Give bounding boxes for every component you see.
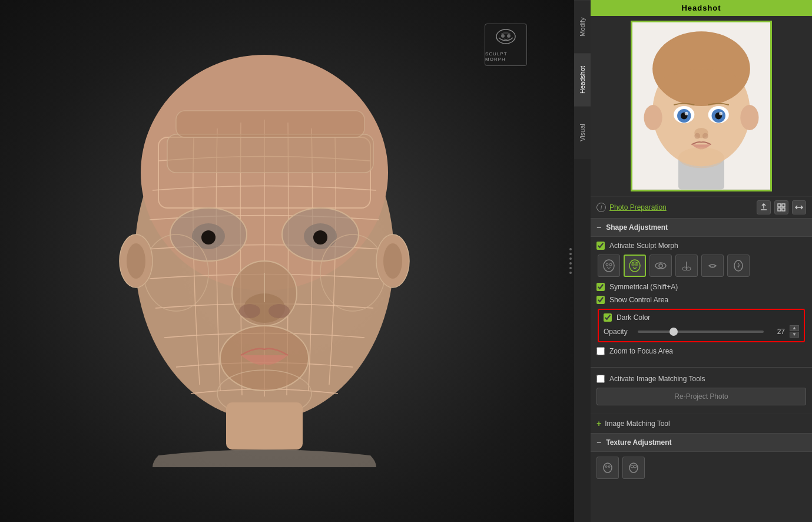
arrows-icon-btn[interactable] (792, 200, 806, 214)
info-icons-right (757, 200, 806, 214)
3d-viewport[interactable]: SCULPT MORPH (0, 0, 574, 522)
svg-point-4 (282, 208, 359, 261)
svg-point-52 (702, 133, 708, 139)
separator-1 (591, 367, 812, 368)
info-icon[interactable]: i (596, 203, 606, 212)
tab-headshot[interactable]: Headshot (574, 53, 591, 106)
sculpt-badge-label: SCULPT MORPH (485, 51, 526, 62)
texture-adjustment-title: Texture Adjustment (606, 438, 671, 447)
dark-color-label[interactable]: Dark Color (617, 313, 650, 322)
svg-rect-54 (778, 204, 781, 207)
zoom-checkbox[interactable] (596, 347, 605, 355)
photo-frame (631, 21, 772, 191)
svg-point-68 (734, 260, 743, 271)
dark-color-row: Dark Color (604, 313, 799, 322)
morph-ear-icon[interactable] (727, 255, 750, 277)
show-control-checkbox[interactable] (596, 296, 605, 304)
zoom-row: Zoom to Focus Area (596, 347, 806, 355)
svg-point-5 (170, 208, 247, 261)
svg-point-15 (269, 304, 290, 318)
tab-modify[interactable]: Modify (574, 0, 591, 53)
activate-sculpt-checkbox[interactable] (596, 242, 605, 250)
svg-point-62 (632, 263, 635, 266)
svg-point-11 (232, 261, 297, 326)
texture-section (591, 452, 812, 488)
activate-matching-checkbox[interactable] (596, 375, 605, 383)
shape-controls: Activate Sculpt Morph (591, 237, 812, 365)
activate-sculpt-label[interactable]: Activate Sculpt Morph (609, 242, 678, 250)
opacity-up-btn[interactable]: ▲ (790, 325, 799, 331)
image-matching-area: Activate Image Matching Tools Re-Project… (591, 370, 812, 414)
svg-point-51 (694, 133, 700, 139)
image-matching-tool-row[interactable]: + Image Matching Tool (591, 414, 812, 433)
svg-point-67 (686, 267, 691, 270)
texture-collapse-btn[interactable]: − (596, 438, 601, 447)
symmetrical-label[interactable]: Symmetrical (Shift+A) (609, 283, 678, 291)
dark-color-checkbox[interactable] (604, 313, 612, 322)
info-row: i Photo Preparation (591, 196, 812, 218)
opacity-slider[interactable] (638, 331, 764, 333)
activate-matching-row: Activate Image Matching Tools (596, 375, 806, 383)
svg-point-34 (507, 34, 511, 38)
opacity-label: Opacity (604, 328, 633, 336)
svg-point-16 (220, 326, 309, 391)
shape-collapse-btn[interactable]: − (596, 223, 601, 232)
morph-nose-icon[interactable] (675, 255, 698, 277)
texture-icon-2[interactable] (622, 457, 645, 479)
upload-icon-btn[interactable] (757, 200, 771, 214)
svg-point-28 (376, 234, 409, 288)
info-row-left: i Photo Preparation (596, 203, 667, 212)
side-tabs: Modify Headshot Visual (574, 0, 591, 522)
shape-adjustment-title: Shape Adjustment (606, 223, 668, 232)
svg-point-14 (239, 304, 260, 318)
reproject-btn[interactable]: Re-Project Photo (596, 388, 806, 405)
zoom-label[interactable]: Zoom to Focus Area (609, 347, 673, 355)
svg-point-32 (496, 29, 515, 44)
texture-adjustment-header: − Texture Adjustment (591, 433, 812, 452)
svg-point-58 (604, 260, 614, 272)
svg-point-69 (604, 463, 612, 473)
svg-rect-56 (778, 208, 781, 211)
opacity-row: Opacity 27 ▲ ▼ (604, 325, 799, 338)
svg-point-25 (120, 234, 153, 288)
symmetrical-checkbox[interactable] (596, 283, 605, 291)
baby-photo (632, 22, 770, 190)
svg-rect-21 (167, 134, 373, 173)
svg-point-72 (629, 463, 638, 473)
morph-eye-icon[interactable] (649, 255, 672, 277)
3d-face-mesh (100, 55, 429, 467)
tab-visual[interactable]: Visual (574, 106, 591, 159)
morph-face-full-icon[interactable] (598, 255, 620, 277)
svg-rect-57 (782, 208, 785, 211)
right-panel: Headshot (574, 0, 812, 522)
morph-face-front-icon[interactable] (624, 255, 646, 277)
morph-mouth-icon[interactable] (701, 255, 724, 277)
plus-icon: + (596, 419, 601, 428)
svg-point-73 (631, 465, 634, 468)
svg-point-74 (634, 465, 637, 468)
svg-point-19 (144, 234, 208, 311)
resize-handle[interactable] (569, 248, 572, 274)
texture-icon-1[interactable] (596, 457, 619, 479)
svg-point-65 (659, 264, 662, 267)
photo-preparation-link[interactable]: Photo Preparation (609, 203, 667, 212)
svg-point-49 (719, 112, 722, 115)
control-area-box: Dark Color Opacity 27 ▲ ▼ (598, 309, 805, 342)
right-content: Headshot (591, 0, 812, 522)
svg-rect-23 (176, 111, 364, 137)
svg-rect-55 (782, 204, 785, 207)
sculpt-morph-badge[interactable]: SCULPT MORPH (485, 24, 527, 66)
grid-icon-btn[interactable] (774, 200, 788, 214)
svg-point-0 (135, 90, 394, 420)
svg-point-41 (740, 105, 758, 130)
svg-rect-22 (167, 134, 373, 173)
svg-rect-31 (226, 402, 303, 450)
activate-matching-label[interactable]: Activate Image Matching Tools (609, 375, 705, 383)
svg-rect-24 (176, 111, 364, 137)
svg-point-13 (244, 293, 285, 323)
show-control-label[interactable]: Show Control Area (609, 296, 668, 304)
morph-icons-row (596, 255, 806, 277)
svg-point-17 (220, 326, 309, 391)
opacity-spinners: ▲ ▼ (790, 325, 799, 338)
opacity-down-btn[interactable]: ▼ (790, 332, 799, 338)
